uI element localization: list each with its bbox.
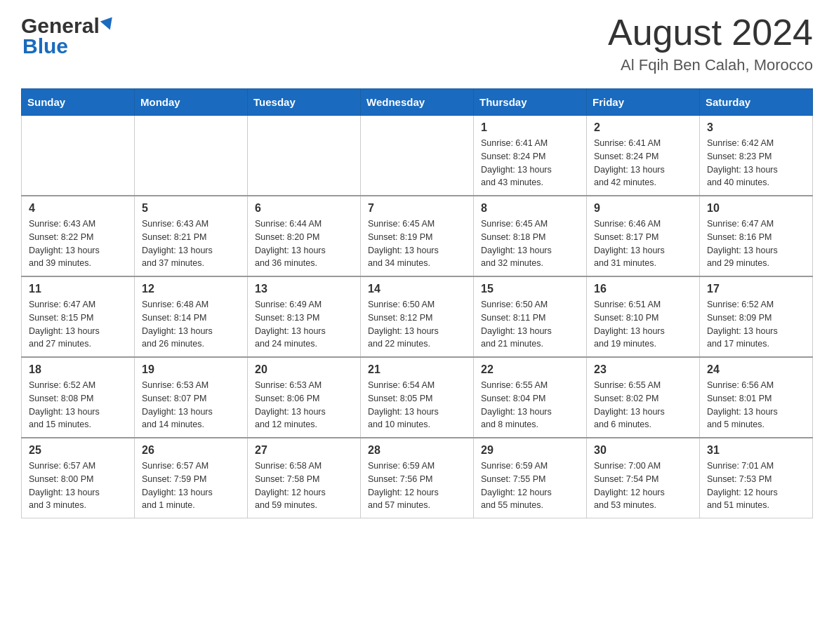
calendar-week-row: 11Sunrise: 6:47 AM Sunset: 8:15 PM Dayli… (22, 276, 813, 357)
calendar-week-row: 18Sunrise: 6:52 AM Sunset: 8:08 PM Dayli… (22, 357, 813, 438)
calendar-day-cell: 17Sunrise: 6:52 AM Sunset: 8:09 PM Dayli… (700, 276, 813, 357)
day-header-sunday: Sunday (22, 89, 135, 116)
day-number: 17 (707, 283, 805, 295)
calendar-day-cell: 9Sunrise: 6:46 AM Sunset: 8:17 PM Daylig… (587, 196, 700, 276)
day-info: Sunrise: 6:55 AM Sunset: 8:02 PM Dayligh… (594, 379, 692, 431)
day-info: Sunrise: 6:42 AM Sunset: 8:23 PM Dayligh… (707, 137, 805, 189)
calendar-day-cell: 24Sunrise: 6:56 AM Sunset: 8:01 PM Dayli… (700, 357, 813, 438)
calendar-day-cell (135, 116, 248, 196)
day-info: Sunrise: 6:43 AM Sunset: 8:21 PM Dayligh… (142, 217, 240, 270)
day-info: Sunrise: 6:55 AM Sunset: 8:04 PM Dayligh… (481, 379, 579, 431)
day-number: 16 (594, 283, 692, 295)
day-number: 14 (368, 283, 466, 295)
day-number: 7 (368, 202, 466, 215)
day-number: 23 (594, 363, 692, 376)
day-info: Sunrise: 6:45 AM Sunset: 8:18 PM Dayligh… (481, 217, 579, 270)
day-number: 25 (29, 444, 127, 457)
calendar-day-cell: 5Sunrise: 6:43 AM Sunset: 8:21 PM Daylig… (135, 196, 248, 276)
day-number: 15 (481, 283, 579, 295)
title-area: August 2024 Al Fqih Ben Calah, Morocco (608, 14, 813, 74)
day-info: Sunrise: 6:53 AM Sunset: 8:06 PM Dayligh… (255, 379, 353, 431)
day-number: 28 (368, 444, 466, 457)
day-number: 19 (142, 363, 240, 376)
calendar-day-cell: 7Sunrise: 6:45 AM Sunset: 8:19 PM Daylig… (361, 196, 474, 276)
day-number: 6 (255, 202, 353, 215)
day-info: Sunrise: 6:41 AM Sunset: 8:24 PM Dayligh… (594, 137, 692, 189)
day-info: Sunrise: 6:52 AM Sunset: 8:08 PM Dayligh… (29, 379, 127, 431)
calendar-day-cell: 3Sunrise: 6:42 AM Sunset: 8:23 PM Daylig… (700, 116, 813, 196)
day-number: 13 (255, 283, 353, 295)
calendar-table: SundayMondayTuesdayWednesdayThursdayFrid… (21, 88, 813, 518)
calendar-day-cell: 21Sunrise: 6:54 AM Sunset: 8:05 PM Dayli… (361, 357, 474, 438)
logo-triangle-icon (100, 17, 116, 32)
calendar-day-cell: 25Sunrise: 6:57 AM Sunset: 8:00 PM Dayli… (22, 438, 135, 518)
day-header-friday: Friday (587, 89, 700, 116)
calendar-day-cell (22, 116, 135, 196)
day-number: 10 (707, 202, 805, 215)
day-info: Sunrise: 6:57 AM Sunset: 8:00 PM Dayligh… (29, 459, 127, 512)
day-info: Sunrise: 6:54 AM Sunset: 8:05 PM Dayligh… (368, 379, 466, 431)
day-number: 31 (707, 444, 805, 457)
calendar-day-cell: 31Sunrise: 7:01 AM Sunset: 7:53 PM Dayli… (700, 438, 813, 518)
day-number: 11 (29, 283, 127, 295)
day-info: Sunrise: 6:43 AM Sunset: 8:22 PM Dayligh… (29, 217, 127, 270)
calendar-day-cell: 1Sunrise: 6:41 AM Sunset: 8:24 PM Daylig… (474, 116, 587, 196)
calendar-day-cell: 18Sunrise: 6:52 AM Sunset: 8:08 PM Dayli… (22, 357, 135, 438)
day-header-wednesday: Wednesday (361, 89, 474, 116)
day-info: Sunrise: 6:44 AM Sunset: 8:20 PM Dayligh… (255, 217, 353, 270)
calendar-day-cell: 10Sunrise: 6:47 AM Sunset: 8:16 PM Dayli… (700, 196, 813, 276)
day-header-saturday: Saturday (700, 89, 813, 116)
day-info: Sunrise: 6:46 AM Sunset: 8:17 PM Dayligh… (594, 217, 692, 270)
calendar-day-cell: 8Sunrise: 6:45 AM Sunset: 8:18 PM Daylig… (474, 196, 587, 276)
calendar-day-cell: 23Sunrise: 6:55 AM Sunset: 8:02 PM Dayli… (587, 357, 700, 438)
calendar-day-cell: 11Sunrise: 6:47 AM Sunset: 8:15 PM Dayli… (22, 276, 135, 357)
day-info: Sunrise: 6:56 AM Sunset: 8:01 PM Dayligh… (707, 379, 805, 431)
day-info: Sunrise: 6:59 AM Sunset: 7:56 PM Dayligh… (368, 459, 466, 512)
location-title: Al Fqih Ben Calah, Morocco (608, 56, 813, 74)
day-info: Sunrise: 6:47 AM Sunset: 8:16 PM Dayligh… (707, 217, 805, 270)
calendar-day-cell: 29Sunrise: 6:59 AM Sunset: 7:55 PM Dayli… (474, 438, 587, 518)
calendar-week-row: 25Sunrise: 6:57 AM Sunset: 8:00 PM Dayli… (22, 438, 813, 518)
calendar-day-cell: 20Sunrise: 6:53 AM Sunset: 8:06 PM Dayli… (248, 357, 361, 438)
day-info: Sunrise: 6:49 AM Sunset: 8:13 PM Dayligh… (255, 298, 353, 351)
calendar-header-row: SundayMondayTuesdayWednesdayThursdayFrid… (22, 89, 813, 116)
day-info: Sunrise: 7:00 AM Sunset: 7:54 PM Dayligh… (594, 459, 692, 512)
day-number: 29 (481, 444, 579, 457)
day-info: Sunrise: 6:59 AM Sunset: 7:55 PM Dayligh… (481, 459, 579, 512)
day-number: 27 (255, 444, 353, 457)
day-info: Sunrise: 6:52 AM Sunset: 8:09 PM Dayligh… (707, 298, 805, 351)
calendar-day-cell (248, 116, 361, 196)
day-info: Sunrise: 6:58 AM Sunset: 7:58 PM Dayligh… (255, 459, 353, 512)
day-number: 12 (142, 283, 240, 295)
calendar-day-cell: 30Sunrise: 7:00 AM Sunset: 7:54 PM Dayli… (587, 438, 700, 518)
calendar-day-cell (361, 116, 474, 196)
day-number: 18 (29, 363, 127, 376)
calendar-day-cell: 26Sunrise: 6:57 AM Sunset: 7:59 PM Dayli… (135, 438, 248, 518)
day-number: 8 (481, 202, 579, 215)
day-number: 21 (368, 363, 466, 376)
month-title: August 2024 (608, 14, 813, 51)
calendar-day-cell: 28Sunrise: 6:59 AM Sunset: 7:56 PM Dayli… (361, 438, 474, 518)
day-header-monday: Monday (135, 89, 248, 116)
day-number: 9 (594, 202, 692, 215)
calendar-day-cell: 19Sunrise: 6:53 AM Sunset: 8:07 PM Dayli… (135, 357, 248, 438)
calendar-day-cell: 15Sunrise: 6:50 AM Sunset: 8:11 PM Dayli… (474, 276, 587, 357)
logo-blue-text: Blue (22, 34, 68, 58)
day-header-tuesday: Tuesday (248, 89, 361, 116)
calendar-week-row: 1Sunrise: 6:41 AM Sunset: 8:24 PM Daylig… (22, 116, 813, 196)
day-number: 3 (707, 121, 805, 134)
day-number: 4 (29, 202, 127, 215)
calendar-week-row: 4Sunrise: 6:43 AM Sunset: 8:22 PM Daylig… (22, 196, 813, 276)
calendar-day-cell: 14Sunrise: 6:50 AM Sunset: 8:12 PM Dayli… (361, 276, 474, 357)
day-info: Sunrise: 7:01 AM Sunset: 7:53 PM Dayligh… (707, 459, 805, 512)
day-info: Sunrise: 6:50 AM Sunset: 8:11 PM Dayligh… (481, 298, 579, 351)
day-number: 22 (481, 363, 579, 376)
day-number: 20 (255, 363, 353, 376)
calendar-day-cell: 2Sunrise: 6:41 AM Sunset: 8:24 PM Daylig… (587, 116, 700, 196)
day-number: 30 (594, 444, 692, 457)
calendar-day-cell: 13Sunrise: 6:49 AM Sunset: 8:13 PM Dayli… (248, 276, 361, 357)
day-info: Sunrise: 6:41 AM Sunset: 8:24 PM Dayligh… (481, 137, 579, 189)
day-info: Sunrise: 6:48 AM Sunset: 8:14 PM Dayligh… (142, 298, 240, 351)
day-number: 5 (142, 202, 240, 215)
day-info: Sunrise: 6:47 AM Sunset: 8:15 PM Dayligh… (29, 298, 127, 351)
